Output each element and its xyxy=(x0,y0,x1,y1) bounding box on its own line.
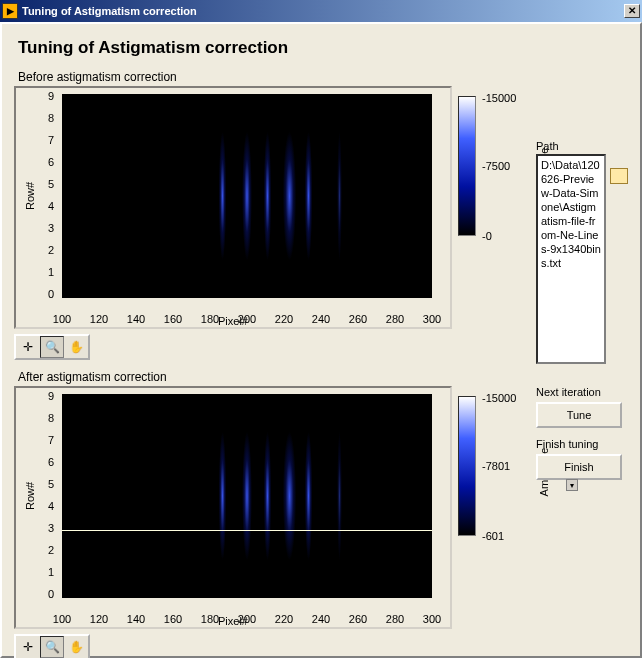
finish-section-label: Finish tuning xyxy=(536,438,628,450)
after-x-label: Pixel# xyxy=(218,615,248,627)
before-plot-area xyxy=(62,94,432,298)
page-title: Tuning of Astigmatism correction xyxy=(18,38,628,58)
cursor-line xyxy=(62,530,432,531)
after-chart-frame: 0 1 2 3 4 5 6 7 8 9 Row# 100 120 xyxy=(14,386,452,629)
zoom-tool-icon[interactable]: 🔍 xyxy=(40,636,64,658)
crosshair-tool-icon[interactable]: ✛ xyxy=(16,636,40,658)
before-chart[interactable]: 0 1 2 3 4 5 6 7 8 9 Row# 100 120 xyxy=(18,90,448,325)
after-colorbar: -601 -7801 -15000 Amplitude xyxy=(458,396,476,556)
close-button[interactable]: ✕ xyxy=(624,4,640,18)
before-y-label: Row# xyxy=(24,182,36,210)
after-plot-area xyxy=(62,394,432,598)
pan-tool-icon[interactable]: ✋ xyxy=(64,636,88,658)
before-toolbar: ✛ 🔍 ✋ xyxy=(14,334,90,360)
after-chart[interactable]: 0 1 2 3 4 5 6 7 8 9 Row# 100 120 xyxy=(18,390,448,625)
title-bar: ▶ Tuning of Astigmatism correction ✕ xyxy=(0,0,642,22)
scroll-down-icon[interactable]: ▾ xyxy=(566,479,578,491)
crosshair-tool-icon[interactable]: ✛ xyxy=(16,336,40,358)
tune-section-label: Next iteration xyxy=(536,386,628,398)
path-field[interactable]: D:\Data\120626-Preview-Data-Simone\Astig… xyxy=(536,154,606,364)
browse-folder-icon[interactable] xyxy=(610,168,628,184)
zoom-tool-icon[interactable]: 🔍 xyxy=(40,336,64,358)
app-icon: ▶ xyxy=(2,3,18,19)
before-label: Before astigmatism correction xyxy=(18,70,628,84)
pan-tool-icon[interactable]: ✋ xyxy=(64,336,88,358)
after-toolbar: ✛ 🔍 ✋ xyxy=(14,634,90,658)
after-y-label: Row# xyxy=(24,482,36,510)
finish-button[interactable]: Finish xyxy=(536,454,622,480)
path-label: Path xyxy=(536,140,628,152)
before-x-label: Pixel# xyxy=(218,315,248,327)
tune-button[interactable]: Tune xyxy=(536,402,622,428)
window-body: Tuning of Astigmatism correction Before … xyxy=(0,22,642,658)
window-title: Tuning of Astigmatism correction xyxy=(22,5,624,17)
before-colorbar: -0 -7500 -15000 Amplitude xyxy=(458,96,476,256)
right-panel: Path D:\Data\120626-Preview-Data-Simone\… xyxy=(536,140,628,480)
before-chart-frame: 0 1 2 3 4 5 6 7 8 9 Row# 100 120 xyxy=(14,86,452,329)
